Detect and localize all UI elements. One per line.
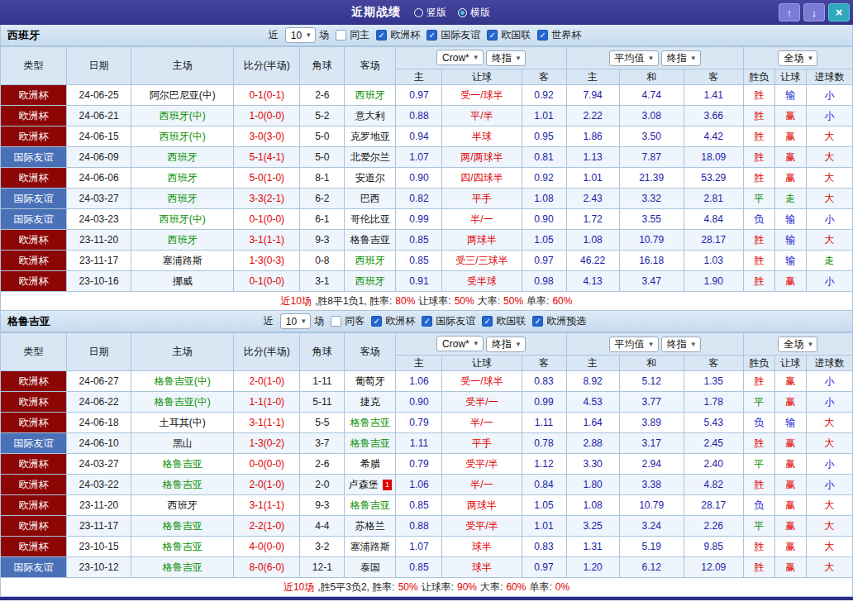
home-team-link[interactable]: 格鲁吉亚(中) bbox=[131, 371, 234, 392]
match-count-select[interactable]: 10▼ bbox=[285, 27, 316, 43]
comp-euro-checkbox[interactable]: ✓ bbox=[376, 30, 387, 41]
corner-score: 5-5 bbox=[300, 413, 345, 433]
result-wdl: 负 bbox=[743, 495, 774, 516]
close-icon: × bbox=[836, 6, 842, 19]
away-team-link[interactable]: 捷克 bbox=[345, 392, 396, 413]
away-team-link[interactable]: 西班牙 bbox=[345, 271, 396, 292]
average-stage-select[interactable]: 终指▼ bbox=[661, 337, 701, 352]
corner-score: 1-11 bbox=[300, 371, 345, 392]
odds-stage-select[interactable]: 终指▼ bbox=[486, 337, 526, 352]
home-team-link[interactable]: 西班牙 bbox=[131, 189, 234, 209]
away-odds: 1.01 bbox=[522, 106, 566, 127]
average-select[interactable]: 平均值▼ bbox=[609, 337, 659, 352]
away-team-link[interactable]: 克罗地亚 bbox=[345, 127, 396, 147]
odds-group-header: Crow*▼ 终指▼ bbox=[396, 47, 566, 69]
result-handicap: 赢 bbox=[774, 537, 806, 557]
competition-badge: 欧洲杯 bbox=[1, 251, 67, 271]
home-team-link[interactable]: 格鲁吉亚 bbox=[131, 516, 234, 537]
away-team-link[interactable]: 苏格兰 bbox=[345, 516, 396, 537]
filter-bar: 格鲁吉亚 近 10▼ 场 同客 ✓ 欧洲杯 ✓ 国际友谊 ✓ 欧国联 ✓ 欧洲预… bbox=[0, 311, 853, 332]
away-team-link[interactable]: 格鲁吉亚 bbox=[345, 413, 396, 433]
home-team-link[interactable]: 西班牙(中) bbox=[131, 106, 234, 127]
layout-vertical-radio[interactable]: 竖版 bbox=[414, 6, 446, 20]
home-team-link[interactable]: 西班牙 bbox=[131, 495, 234, 516]
scroll-up-button[interactable]: ↑ bbox=[779, 3, 800, 21]
match-date: 24-06-22 bbox=[67, 392, 131, 413]
select-value: 全场 bbox=[784, 51, 803, 65]
period-select[interactable]: 全场▼ bbox=[778, 337, 817, 352]
scroll-down-button[interactable]: ↓ bbox=[803, 3, 825, 21]
away-team-link[interactable]: 格鲁吉亚 bbox=[345, 230, 396, 251]
home-team-link[interactable]: 格鲁吉亚 bbox=[131, 475, 234, 495]
home-odds: 0.97 bbox=[396, 85, 442, 106]
home-team-link[interactable]: 黑山 bbox=[131, 433, 234, 454]
result-goals: 大 bbox=[806, 557, 852, 578]
comp-worldcup-checkbox[interactable]: ✓ bbox=[537, 30, 548, 41]
comp-nationsleague-checkbox[interactable]: ✓ bbox=[482, 316, 493, 327]
col-avg-draw: 和 bbox=[619, 356, 684, 371]
match-date: 24-06-25 bbox=[67, 85, 131, 106]
same-venue-checkbox[interactable] bbox=[336, 30, 346, 41]
home-team-link[interactable]: 西班牙(中) bbox=[131, 209, 234, 230]
home-team-link[interactable]: 西班牙(中) bbox=[131, 127, 234, 147]
home-team-link[interactable]: 西班牙 bbox=[131, 147, 234, 168]
comp-friendly-label: 国际友谊 bbox=[436, 314, 475, 328]
away-team-link[interactable]: 巴西 bbox=[345, 189, 396, 209]
home-team-link[interactable]: 格鲁吉亚 bbox=[131, 557, 234, 578]
away-team-link[interactable]: 格鲁吉亚 bbox=[345, 433, 396, 454]
corner-score: 3-2 bbox=[300, 537, 345, 557]
away-team-link[interactable]: 卢森堡 1 bbox=[345, 475, 396, 495]
period-select[interactable]: 全场▼ bbox=[778, 50, 817, 66]
home-team-link[interactable]: 格鲁吉亚 bbox=[131, 454, 234, 475]
comp-nationsleague-label: 欧国联 bbox=[496, 314, 526, 328]
home-team-link[interactable]: 格鲁吉亚 bbox=[131, 537, 234, 557]
result-wdl: 胜 bbox=[743, 230, 774, 251]
away-team-link[interactable]: 哥伦比亚 bbox=[345, 209, 396, 230]
average-stage-select[interactable]: 终指▼ bbox=[661, 50, 701, 66]
away-odds: 0.84 bbox=[522, 475, 566, 495]
comp-nationsleague-checkbox[interactable]: ✓ bbox=[487, 30, 498, 41]
away-team-link[interactable]: 泰国 bbox=[345, 557, 396, 578]
match-row: 国际友谊24-06-09西班牙5-1(4-1)5-0北爱尔兰1.07两/两球半0… bbox=[1, 147, 853, 168]
close-button[interactable]: × bbox=[828, 3, 850, 21]
odds-stage-select[interactable]: 终指▼ bbox=[486, 50, 526, 66]
home-team-link[interactable]: 西班牙 bbox=[131, 168, 234, 189]
result-handicap: 赢 bbox=[774, 147, 806, 168]
home-team-link[interactable]: 阿尔巴尼亚(中) bbox=[131, 85, 234, 106]
same-venue-checkbox[interactable] bbox=[331, 316, 341, 327]
match-score: 5-0(1-0) bbox=[234, 168, 300, 189]
match-count-select[interactable]: 10▼ bbox=[280, 313, 311, 329]
bookmaker-select[interactable]: Crow*▼ bbox=[436, 336, 484, 351]
competition-badge: 国际友谊 bbox=[1, 433, 67, 454]
comp-euro-checkbox[interactable]: ✓ bbox=[371, 316, 382, 327]
away-team-link[interactable]: 意大利 bbox=[345, 106, 396, 127]
home-team-link[interactable]: 西班牙 bbox=[131, 230, 234, 251]
bookmaker-select[interactable]: Crow*▼ bbox=[436, 50, 484, 65]
result-wdl: 平 bbox=[743, 454, 774, 475]
match-date: 24-06-21 bbox=[67, 106, 131, 127]
away-team-link[interactable]: 安道尔 bbox=[345, 168, 396, 189]
result-handicap: 输 bbox=[774, 413, 806, 433]
col-date: 日期 bbox=[67, 47, 131, 85]
away-team-link[interactable]: 北爱尔兰 bbox=[345, 147, 396, 168]
match-row: 欧洲杯24-06-21西班牙(中)1-0(0-0)5-2意大利0.88平/半1.… bbox=[1, 106, 853, 127]
away-team-link[interactable]: 希腊 bbox=[345, 454, 396, 475]
arrow-up-icon: ↑ bbox=[787, 7, 793, 19]
away-team-link[interactable]: 塞浦路斯 bbox=[345, 537, 396, 557]
home-team-link[interactable]: 土耳其(中) bbox=[131, 413, 234, 433]
home-team-link[interactable]: 挪威 bbox=[131, 271, 234, 292]
average-select[interactable]: 平均值▼ bbox=[609, 50, 659, 66]
comp-qualifiers-checkbox[interactable]: ✓ bbox=[532, 316, 543, 327]
avg-away-odds: 28.17 bbox=[684, 495, 743, 516]
away-team-link[interactable]: 西班牙 bbox=[345, 251, 396, 271]
home-team-link[interactable]: 塞浦路斯 bbox=[131, 251, 234, 271]
away-team-link[interactable]: 葡萄牙 bbox=[345, 371, 396, 392]
comp-friendly-checkbox[interactable]: ✓ bbox=[422, 316, 432, 327]
away-team-link[interactable]: 格鲁吉亚 bbox=[345, 495, 396, 516]
competition-badge: 欧洲杯 bbox=[1, 475, 67, 495]
layout-horizontal-radio[interactable]: 横版 bbox=[458, 6, 490, 20]
comp-friendly-checkbox[interactable]: ✓ bbox=[426, 30, 437, 41]
match-row: 欧洲杯24-06-27格鲁吉亚(中)2-0(1-0)1-11葡萄牙1.06受一/… bbox=[1, 371, 853, 392]
away-team-link[interactable]: 西班牙 bbox=[345, 85, 396, 106]
home-team-link[interactable]: 格鲁吉亚(中) bbox=[131, 392, 234, 413]
